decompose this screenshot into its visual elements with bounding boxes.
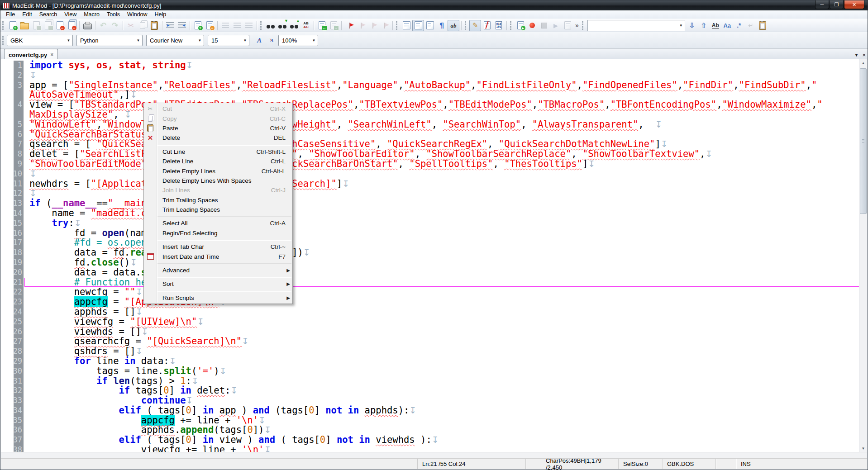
toolbar-grip[interactable] (582, 21, 585, 30)
view-wrap-column-button[interactable] (424, 20, 436, 31)
context-menu-item-advanced[interactable]: Advanced▶ (144, 266, 292, 275)
context-menu-item-delete[interactable]: ✕DeleteDEL (144, 133, 292, 142)
tab-list-dropdown[interactable]: ▼ (854, 52, 859, 57)
context-menu-item-paste[interactable]: PasteCtrl-V (144, 123, 292, 133)
context-menu-item-sort[interactable]: Sort▶ (144, 279, 292, 289)
menu-edit[interactable]: Edit (19, 11, 36, 18)
next-bookmark-button[interactable] (355, 20, 367, 31)
font-select-arrow[interactable]: ▼ (196, 35, 204, 46)
search-down-button[interactable]: ⇩ (686, 20, 698, 31)
vertical-scrollbar[interactable]: ▲ ▼ (859, 59, 867, 452)
restore-button[interactable]: ❐ (830, 0, 844, 9)
read-only-mode-button[interactable] (481, 20, 493, 31)
close-all-button[interactable]: − (66, 20, 77, 31)
scroll-up-arrow[interactable]: ▲ (859, 59, 867, 67)
align-left-button[interactable] (231, 20, 243, 31)
record-macro-button[interactable] (526, 20, 538, 31)
syntax-select-arrow[interactable]: ▼ (134, 35, 142, 46)
context-menu-item-trim-trailing-spaces[interactable]: Trim Trailing Spaces (144, 195, 292, 205)
match-case-button[interactable]: Aa (721, 20, 733, 31)
context-menu-item-run-scripts[interactable]: Run Scripts▶ (144, 293, 292, 303)
toolbar-grip[interactable] (2, 21, 5, 30)
find-in-clipboard-button[interactable] (757, 20, 768, 31)
replace-button[interactable]: ABAC (300, 20, 312, 31)
context-menu-item-cut[interactable]: ✂CutCtrl-X (144, 104, 292, 114)
close-file-button[interactable]: − (54, 20, 66, 31)
show-symbols-button[interactable]: ¶ (436, 20, 448, 31)
context-menu-item-insert-tab-char[interactable]: Insert Tab CharCtrl-~ (144, 242, 292, 252)
align-right-button[interactable] (243, 20, 255, 31)
redo-button[interactable]: ↷ (109, 20, 121, 31)
context-menu-item-select-all[interactable]: Select AllCtrl-A (144, 218, 292, 228)
previous-bookmark-button[interactable] (367, 20, 379, 31)
goto-previous-result-button[interactable]: ← (316, 20, 328, 31)
paste-button[interactable] (148, 20, 160, 31)
tab-close-button[interactable]: × (862, 52, 866, 58)
uncomment-button[interactable]: − (204, 20, 215, 31)
toolbar-grip[interactable] (510, 21, 513, 30)
context-menu-item-delete-empty-lines[interactable]: Delete Empty LinesCtrl-Alt-L (144, 166, 292, 176)
zoom-select-arrow[interactable]: ▼ (310, 35, 318, 46)
view-wrap-window-button[interactable] (412, 20, 424, 31)
stop-macro-button[interactable] (538, 20, 550, 31)
font-size-select[interactable]: 15▼ (208, 35, 249, 46)
search-combobox[interactable]: ▼ (587, 20, 685, 31)
find-previous-button[interactable]: ▲ (288, 20, 300, 31)
clear-bookmarks-button[interactable] (379, 20, 391, 31)
close-button[interactable]: ✕ (844, 0, 864, 9)
menu-view[interactable]: View (61, 11, 80, 18)
font-bigger-button[interactable]: A↗ (253, 35, 265, 46)
scrollbar-thumb[interactable] (860, 68, 867, 214)
menu-window[interactable]: Window (124, 11, 151, 18)
toolbar-grip[interactable] (260, 21, 263, 30)
encoding-select[interactable]: GBK▼ (7, 35, 73, 46)
minimize-button[interactable]: ─ (815, 0, 829, 9)
zoom-select[interactable]: 100%▼ (278, 35, 318, 46)
context-menu-item-delete-empty-lines-with-spaces[interactable]: Delete Empty Lines With Spaces (144, 176, 292, 185)
find-next-button[interactable]: ▼ (277, 20, 288, 31)
hex-mode-button[interactable]: ab (448, 20, 459, 31)
unindent-button[interactable]: ◂ (176, 20, 188, 31)
font-smaller-button[interactable]: A↘ (266, 35, 278, 46)
encoding-select-arrow[interactable]: ▼ (65, 35, 72, 46)
font-select[interactable]: Courier New▼ (146, 35, 204, 46)
toolbar-grip[interactable] (396, 21, 399, 30)
menu-search[interactable]: Search (36, 11, 61, 18)
context-menu-item-delete-line[interactable]: Delete LineCtrl-L (144, 157, 292, 166)
code-editor[interactable]: 1import sys, os, stat, string↧2↧3app = [… (1, 59, 859, 452)
tab-convertcfg.py[interactable]: convertcfg.py× (4, 49, 58, 60)
play-macro-button[interactable]: ▶ (550, 20, 562, 31)
run-script-button[interactable]: ▸ (515, 20, 526, 31)
bullet-list-button[interactable] (219, 20, 231, 31)
comment-button[interactable]: + (192, 20, 204, 31)
save-file-button[interactable] (30, 20, 42, 31)
save-all-button[interactable] (42, 20, 54, 31)
print-button[interactable] (81, 20, 93, 31)
copy-button[interactable] (137, 20, 148, 31)
toolbar-grip[interactable] (2, 36, 5, 45)
cut-button[interactable]: ✂ (125, 20, 137, 31)
horizontal-scrollbar[interactable] (1, 452, 867, 459)
find-button[interactable] (265, 20, 277, 31)
context-menu-item-cut-line[interactable]: Cut LineCtrl-Shift-L (144, 147, 292, 157)
menu-file[interactable]: File (2, 11, 19, 18)
whole-word-button[interactable]: Ab (710, 20, 721, 31)
indent-button[interactable]: ▸ (164, 20, 176, 31)
view-text-mode-button[interactable] (401, 20, 412, 31)
context-menu-item-join-lines[interactable]: Join LinesCtrl-J (144, 185, 292, 195)
edit-mode-button[interactable]: ✎ (469, 20, 481, 31)
menu-macro[interactable]: Macro (80, 11, 103, 18)
scroll-down-arrow[interactable]: ▼ (859, 445, 867, 452)
syntax-select[interactable]: Python▼ (76, 35, 143, 46)
goto-next-result-button[interactable]: → (328, 20, 339, 31)
search-up-button[interactable]: ⇧ (698, 20, 710, 31)
regex-search-button[interactable]: .* (733, 20, 745, 31)
menu-help[interactable]: Help (151, 11, 170, 18)
context-menu-item-begin-end-selecting[interactable]: Begin/End Selecting (144, 228, 292, 238)
font-size-select-arrow[interactable]: ▼ (241, 35, 249, 46)
toolbar-grip[interactable] (465, 21, 467, 30)
wrap-search-button[interactable]: ↵ (745, 20, 757, 31)
toolbar-overflow-chevron[interactable]: » (573, 22, 581, 29)
new-file-button[interactable]: + (7, 20, 19, 31)
toggle-bookmark-button[interactable] (343, 20, 355, 31)
